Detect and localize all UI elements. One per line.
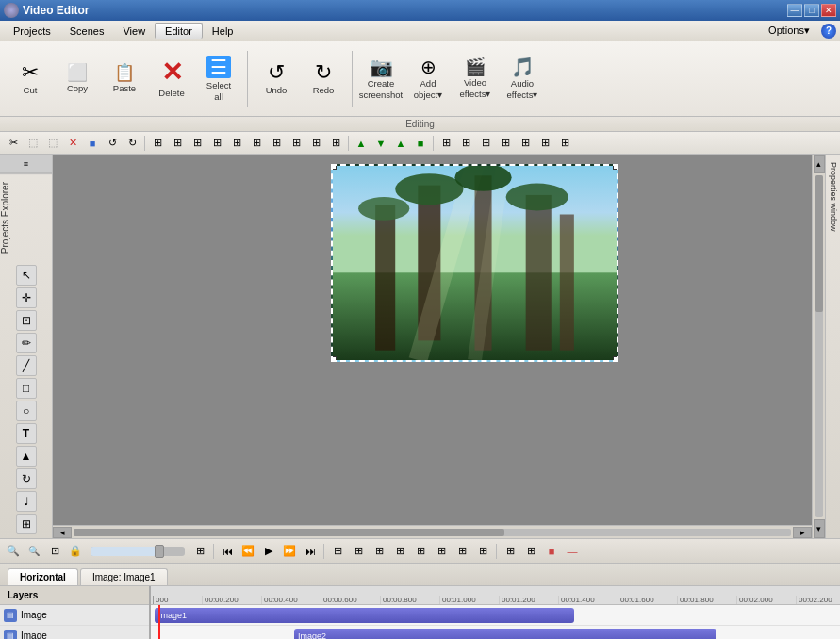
tl-zoom-thumb[interactable]: [155, 545, 164, 558]
sec-more-7[interactable]: ⊞: [555, 134, 574, 153]
handle-tl[interactable]: [331, 164, 337, 170]
left-tool-arrow[interactable]: ↖: [16, 265, 37, 286]
sec-green-3[interactable]: ■: [411, 134, 430, 153]
tl-mark-4[interactable]: ⊞: [390, 542, 409, 561]
sec-btn-delete[interactable]: ✕: [63, 134, 82, 153]
canvas-hscroll[interactable]: ◂ ▸: [53, 525, 812, 538]
sec-nav-3[interactable]: ⊞: [188, 134, 206, 153]
sec-nav-6[interactable]: ⊞: [247, 134, 266, 153]
tl-mark-8[interactable]: ⊞: [473, 542, 492, 561]
copy-button[interactable]: ⬜ Copy: [55, 48, 100, 110]
sec-nav-8[interactable]: ⊞: [287, 134, 305, 153]
sec-green-down[interactable]: ▼: [371, 134, 390, 153]
tl-play[interactable]: ▶: [259, 542, 278, 561]
canvas-area[interactable]: [53, 155, 812, 525]
tl-lock[interactable]: 🔒: [66, 542, 85, 561]
options-button[interactable]: Options▾: [761, 23, 817, 39]
tab-image1[interactable]: Image: Image1: [80, 568, 168, 585]
menu-editor[interactable]: Editor: [155, 23, 203, 39]
sec-more-5[interactable]: ⊞: [516, 134, 535, 153]
tl-prev[interactable]: ⏪: [239, 542, 257, 561]
left-tool-fill[interactable]: ▲: [16, 446, 37, 467]
sec-nav-2[interactable]: ⊞: [168, 134, 187, 153]
vscroll-down[interactable]: ▾: [814, 519, 825, 538]
left-tool-line[interactable]: ╱: [16, 355, 37, 376]
tl-mark-1[interactable]: ⊞: [328, 542, 347, 561]
minimize-button[interactable]: —: [787, 4, 802, 17]
clip-image2[interactable]: Image2: [294, 629, 716, 639]
sec-green-up2[interactable]: ▲: [391, 134, 410, 153]
vscroll-thumb[interactable]: [815, 175, 823, 312]
addobject-button[interactable]: ⊕ Add object▾: [405, 48, 451, 110]
menu-help[interactable]: Help: [203, 24, 243, 39]
cut-button[interactable]: ✂ Cut: [8, 48, 53, 110]
sec-nav-5[interactable]: ⊞: [227, 134, 246, 153]
vscroll-up[interactable]: ▴: [814, 155, 825, 173]
left-tool-note[interactable]: ♩: [16, 491, 37, 512]
tl-extra-4[interactable]: —: [563, 542, 582, 561]
help-icon[interactable]: ?: [821, 24, 836, 39]
tl-zoom-fit[interactable]: ⊡: [45, 542, 64, 561]
sec-nav-7[interactable]: ⊞: [267, 134, 286, 153]
maximize-button[interactable]: □: [804, 4, 819, 17]
close-button[interactable]: ✕: [821, 4, 836, 17]
sec-more-4[interactable]: ⊞: [496, 134, 515, 153]
tl-mark-3[interactable]: ⊞: [370, 542, 388, 561]
menu-projects[interactable]: Projects: [4, 24, 60, 39]
handle-br[interactable]: [613, 356, 618, 362]
vscroll-track[interactable]: [815, 175, 823, 517]
paste-button[interactable]: 📋 Paste: [102, 48, 147, 110]
sec-btn-1[interactable]: ✂: [4, 134, 23, 153]
delete-button[interactable]: ✕ Delete: [149, 48, 194, 110]
tl-zoom-slider[interactable]: [91, 547, 185, 556]
hscroll-thumb[interactable]: [74, 529, 504, 536]
sec-nav-4[interactable]: ⊞: [207, 134, 226, 153]
tl-prev-frame[interactable]: ⊞: [190, 542, 209, 561]
tl-to-start[interactable]: ⏮: [218, 542, 237, 561]
clip-image1[interactable]: Image1: [155, 608, 574, 623]
redo-button[interactable]: ↻ Redo: [301, 48, 346, 110]
sec-green-arrow[interactable]: ▲: [352, 134, 371, 153]
tl-zoom-out[interactable]: 🔍: [25, 542, 43, 561]
screenshot-button[interactable]: 📷 Create screenshot: [358, 48, 404, 110]
sec-nav-9[interactable]: ⊞: [306, 134, 325, 153]
handle-bl[interactable]: [331, 356, 337, 362]
sec-btn-3[interactable]: ⬚: [43, 134, 62, 153]
sec-more-3[interactable]: ⊞: [476, 134, 495, 153]
sec-more-1[interactable]: ⊞: [436, 134, 455, 153]
tab-horizontal[interactable]: Horizontal: [8, 568, 78, 585]
tl-mark-5[interactable]: ⊞: [411, 542, 430, 561]
left-tool-cross[interactable]: ✛: [16, 287, 37, 308]
sec-nav-10[interactable]: ⊞: [326, 134, 345, 153]
tl-extra-3[interactable]: ■: [542, 542, 561, 561]
left-tool-rotate[interactable]: ↻: [16, 468, 37, 489]
tl-next[interactable]: ⏩: [280, 542, 299, 561]
sec-more-6[interactable]: ⊞: [535, 134, 554, 153]
sec-nav-1[interactable]: ⊞: [148, 134, 167, 153]
left-tool-text[interactable]: T: [16, 423, 37, 444]
menu-view[interactable]: View: [113, 24, 155, 39]
menu-scenes[interactable]: Scenes: [60, 24, 114, 39]
left-tool-select[interactable]: ⊡: [16, 310, 37, 331]
left-tool-rect[interactable]: □: [16, 378, 37, 399]
left-tool-ellipse[interactable]: ○: [16, 401, 37, 421]
sec-btn-redo[interactable]: ↻: [123, 134, 141, 153]
left-tool-grid[interactable]: ⊞: [16, 514, 37, 534]
hscroll-track[interactable]: [74, 529, 791, 536]
canvas-image[interactable]: [331, 164, 618, 362]
videoeffects-button[interactable]: 🎬 Video effects▾: [453, 48, 498, 110]
handle-tr[interactable]: [613, 164, 618, 170]
sec-btn-4[interactable]: ■: [83, 134, 102, 153]
tl-mark-2[interactable]: ⊞: [349, 542, 368, 561]
tl-zoom-in[interactable]: 🔍: [4, 542, 23, 561]
tl-extra-2[interactable]: ⊞: [521, 542, 540, 561]
sec-btn-2[interactable]: ⬚: [24, 134, 42, 153]
audioeffects-button[interactable]: 🎵 Audio effects▾: [500, 48, 545, 110]
undo-button[interactable]: ↺ Undo: [254, 48, 299, 110]
hscroll-left[interactable]: ◂: [53, 527, 72, 538]
left-tool-pen[interactable]: ✏: [16, 333, 37, 353]
hscroll-right[interactable]: ▸: [793, 527, 812, 538]
canvas-vscroll[interactable]: ▴ ▾: [812, 155, 825, 538]
selectall-button[interactable]: ☰ Select all: [196, 48, 241, 110]
sec-more-2[interactable]: ⊞: [456, 134, 475, 153]
